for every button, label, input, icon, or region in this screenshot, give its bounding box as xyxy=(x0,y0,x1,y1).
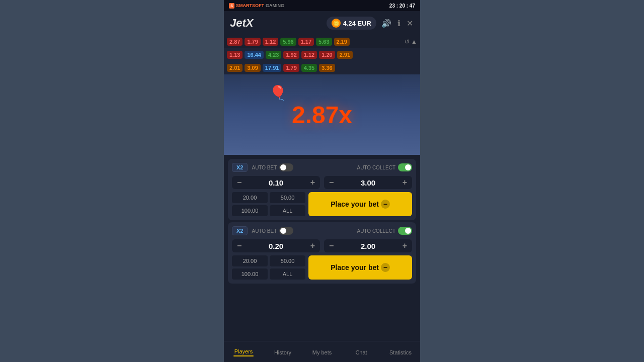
history-badge[interactable]: 1.13 xyxy=(227,51,243,59)
history-badge[interactable]: 5.63 xyxy=(316,38,332,46)
history-badge[interactable]: 4.23 xyxy=(266,51,281,59)
autocollect-thumb-2 xyxy=(405,228,411,234)
nav-players-underline xyxy=(233,355,254,356)
autocollect-toggle-1[interactable] xyxy=(398,163,412,171)
history-row-2: 1.13 16.44 4.23 1.92 1.12 1.20 2.91 xyxy=(224,48,420,61)
history-badge[interactable]: 2.91 xyxy=(337,51,353,59)
bet-amount-plus-2[interactable]: + xyxy=(309,241,316,250)
brand-text: SMARTSOFT xyxy=(236,3,264,8)
history-badge[interactable]: 2.87 xyxy=(227,38,243,46)
x2-badge-2[interactable]: X2 xyxy=(232,226,248,235)
balloon-icon: 🎈 xyxy=(269,84,287,101)
left-panel xyxy=(0,0,224,362)
history-badge[interactable]: 1.79 xyxy=(283,64,299,72)
bottom-nav: Players History My bets Chat Statistics xyxy=(224,341,420,362)
history-badge[interactable]: 2.01 xyxy=(227,64,243,72)
history-badge[interactable]: 17.91 xyxy=(263,64,282,72)
place-bet-button-1[interactable]: Place your bet − xyxy=(308,192,412,216)
bet-amount-minus-1[interactable]: − xyxy=(236,178,243,187)
nav-statistics[interactable]: Statistics xyxy=(381,348,420,356)
quick-row-1b: 100.00 ALL xyxy=(232,205,305,216)
history-badge[interactable]: 3.09 xyxy=(245,64,260,72)
history-row-1: 2.87 1.79 1.12 5.96 1.17 5.63 2.19 ↺ ▲ xyxy=(224,35,420,48)
nav-chat[interactable]: Chat xyxy=(342,348,381,356)
collect-at-value-2: 2.00 xyxy=(337,242,399,250)
quick-btn-100-1[interactable]: 100.00 xyxy=(232,205,268,216)
bet-actions-2: 20.00 50.00 100.00 ALL Place your bet − xyxy=(232,255,412,280)
jetx-logo: JetX xyxy=(230,17,253,30)
nav-players[interactable]: Players xyxy=(224,347,263,357)
collect-at-minus-1[interactable]: − xyxy=(328,178,335,187)
quick-row-2a: 20.00 50.00 xyxy=(232,255,305,266)
quick-btn-20-2[interactable]: 20.00 xyxy=(232,255,268,266)
nav-history[interactable]: History xyxy=(263,348,302,356)
place-bet-button-2[interactable]: Place your bet − xyxy=(308,255,412,280)
status-bar: S SMARTSOFT GAMING 23 : 20 : 47 xyxy=(224,0,420,11)
close-button[interactable]: ✕ xyxy=(406,18,414,29)
history-badge[interactable]: 2.19 xyxy=(334,38,350,46)
game-area: 🎈 2.87x xyxy=(224,74,420,155)
collect-at-group-1: − 3.00 + xyxy=(324,176,412,189)
status-bar-left: S SMARTSOFT GAMING xyxy=(229,3,284,9)
info-button[interactable]: ℹ xyxy=(396,18,401,29)
history-badge[interactable]: 1.79 xyxy=(245,38,260,46)
autocollect-thumb-1 xyxy=(405,164,411,170)
autocollect-group-1: AUTO COLLECT xyxy=(357,163,413,171)
quick-btn-100-2[interactable]: 100.00 xyxy=(232,268,268,280)
quick-btn-50-2[interactable]: 50.00 xyxy=(270,255,305,266)
history-expand-icon[interactable]: ▲ xyxy=(411,38,417,45)
phone-container: S SMARTSOFT GAMING 23 : 20 : 47 JetX 🪙 4… xyxy=(224,0,420,362)
bet-inputs-1: − 0.10 + − 3.00 + xyxy=(232,176,412,189)
autocollect-group-2: AUTO COLLECT xyxy=(357,227,413,235)
quick-btn-all-2[interactable]: ALL xyxy=(270,268,305,280)
nav-statistics-label: Statistics xyxy=(389,349,412,355)
history-badge[interactable]: 1.12 xyxy=(263,38,278,46)
history-badge[interactable]: 1.92 xyxy=(283,51,299,59)
balance-text: 4.24 EUR xyxy=(343,20,371,27)
quick-btn-50-1[interactable]: 50.00 xyxy=(270,192,305,203)
nav-mybets[interactable]: My bets xyxy=(302,348,342,356)
collect-at-plus-2[interactable]: + xyxy=(401,241,408,250)
autobet-toggle-1[interactable] xyxy=(279,163,293,171)
sound-button[interactable]: 🔊 xyxy=(380,18,392,29)
history-badge[interactable]: 16.44 xyxy=(245,51,264,59)
quick-btn-all-1[interactable]: ALL xyxy=(270,205,305,216)
history-badge[interactable]: 1.20 xyxy=(319,51,335,59)
autocollect-toggle-2[interactable] xyxy=(398,227,412,235)
history-controls: ↺ ▲ xyxy=(405,38,417,45)
bet-panel-2: X2 AUTO BET AUTO COLLECT − 0.20 xyxy=(228,222,416,284)
place-bet-minus-icon-2: − xyxy=(381,263,390,272)
bet-amount-group-2: − 0.20 + xyxy=(232,239,320,252)
autobet-label-2: AUTO BET xyxy=(252,228,277,234)
collect-at-minus-2[interactable]: − xyxy=(328,241,335,250)
quick-row-2b: 100.00 ALL xyxy=(232,268,305,280)
place-bet-minus-icon-1: − xyxy=(381,200,390,209)
history-badge[interactable]: 3.36 xyxy=(319,64,335,72)
bet-actions-1: 20.00 50.00 100.00 ALL Place your bet − xyxy=(232,192,412,216)
autobet-label-1: AUTO BET xyxy=(252,165,277,170)
balance-chip: 🪙 4.24 EUR xyxy=(327,17,376,30)
autocollect-label-2: AUTO COLLECT xyxy=(357,228,396,234)
autobet-toggle-2[interactable] xyxy=(279,227,293,235)
history-badge[interactable]: 4.35 xyxy=(301,64,317,72)
autobet-group-2: AUTO BET xyxy=(252,227,293,235)
bet-panel-1-header: X2 AUTO BET AUTO COLLECT xyxy=(232,163,412,172)
quick-row-1a: 20.00 50.00 xyxy=(232,192,305,203)
bet-amount-group-1: − 0.10 + xyxy=(232,176,320,189)
history-badge[interactable]: 1.12 xyxy=(301,51,317,59)
history-badge[interactable]: 1.17 xyxy=(298,38,314,46)
autobet-thumb-2 xyxy=(280,228,286,234)
smartsoft-icon: S xyxy=(229,3,234,9)
header-right: 🪙 4.24 EUR 🔊 ℹ ✕ xyxy=(327,17,414,30)
place-bet-label-2: Place your bet xyxy=(331,263,379,272)
quick-btn-20-1[interactable]: 20.00 xyxy=(232,192,268,203)
collect-at-plus-1[interactable]: + xyxy=(401,178,408,187)
bet-amount-plus-1[interactable]: + xyxy=(309,178,316,187)
collect-at-value-1: 3.00 xyxy=(337,178,399,187)
x2-badge-1[interactable]: X2 xyxy=(232,163,248,172)
bet-amount-value-2: 0.20 xyxy=(245,242,307,250)
bet-amount-minus-2[interactable]: − xyxy=(236,241,243,250)
history-back-icon[interactable]: ↺ xyxy=(405,38,410,45)
logo-text: JetX xyxy=(230,17,253,29)
history-badge[interactable]: 5.96 xyxy=(280,38,296,46)
